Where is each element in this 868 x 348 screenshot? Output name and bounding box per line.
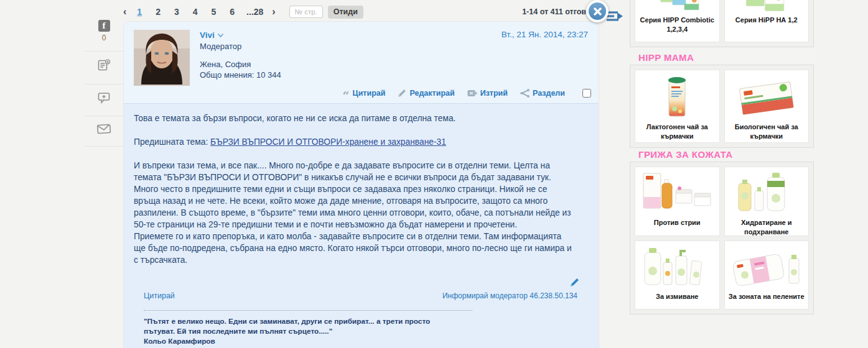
report-moderator: Информирай модератор 46.238.50.134 [442, 290, 577, 302]
facebook-share[interactable]: f 0 [85, 19, 123, 46]
split-button[interactable]: Раздели [520, 89, 565, 98]
user-post-count: Общо мнения: 10 344 [200, 70, 281, 80]
user-info: Vivi Модератор Жена, София Общо мнения: … [200, 30, 281, 80]
delete-button[interactable]: Изтрий [467, 89, 508, 98]
product-image-ha [727, 0, 806, 12]
product-lacto-tea[interactable]: Лактогонен чай за кърмачки [635, 70, 720, 143]
product-image-bio-tea [727, 74, 806, 119]
results-range-text: 1-14 от 411 отгов [522, 7, 590, 16]
signature-divider [144, 310, 472, 311]
quote-icon: “ [343, 93, 350, 99]
product-washing[interactable]: За измиване [635, 240, 720, 310]
product-bio-tea[interactable]: Биологичен чай за кърмачки [724, 70, 810, 143]
envelope-icon [96, 122, 112, 137]
previous-topic-line: Предишната тема: БЪРЗИ ВЪПРОСИ И ОТГОВОР… [134, 136, 574, 148]
product-sidebar: Серия HIPP Combiotic 1,2,3,4 Серия HiPP … [630, 0, 814, 348]
product-hydrate[interactable]: Хидратиране и подхранване [724, 167, 810, 236]
post-paragraph-1: Това е темата за бързи въпроси, когато н… [134, 112, 574, 124]
add-comment-icon [96, 91, 111, 107]
post-paragraph-2: И въпреки тази тема, и все пак.... Много… [134, 160, 574, 266]
pagination-bar: ‹ 1 2 3 4 5 6 ...28 › Отиди 1-14 от 411 … [119, 4, 590, 20]
product-diaper-zone[interactable]: За зоната на пелените [724, 240, 810, 310]
product-box-formula: Серия HIPP Combiotic 1,2,3,4 Серия HiPP … [630, 0, 814, 47]
prev-page-button[interactable]: ‹ [119, 6, 130, 17]
product-box-skin: Против стрии Хидратиране и подхранване [630, 162, 814, 314]
pencil-icon [398, 89, 406, 98]
username: Vivi [200, 30, 215, 40]
page-link-last[interactable]: ...28 [241, 7, 268, 17]
product-ha[interactable]: Серия HiPP НА 1,2 [724, 0, 810, 42]
section-heading-hipp-mama: HIPP МАМА [638, 52, 694, 63]
page-link-3[interactable]: 3 [167, 7, 186, 17]
forum-post: Vivi Модератор Жена, София Общо мнения: … [124, 22, 599, 348]
quote-link[interactable]: Цитирай [144, 290, 175, 302]
compose-note-icon [96, 58, 111, 75]
page-link-1[interactable]: 1 [130, 7, 149, 17]
product-box-mama: Лактогонен чай за кърмачки Биологичен ча… [630, 65, 814, 148]
product-image-washing [638, 245, 717, 288]
avatar [134, 30, 190, 86]
post-footer: Цитирай Информирай модератор 46.238.50.1… [134, 289, 587, 302]
edit-button[interactable]: Редактирай [398, 89, 454, 98]
section-heading-skin-care: ГРИЖА ЗА КОЖАТА [638, 149, 733, 160]
facebook-icon: f [98, 20, 110, 32]
post-date: Вт., 21 Ян. 2014, 23:27 [502, 30, 588, 39]
delete-icon [467, 89, 477, 97]
new-topic-button[interactable] [85, 57, 123, 79]
username-menu[interactable]: Vivi [200, 30, 281, 40]
add-comment-button[interactable] [85, 89, 123, 111]
close-button[interactable] [586, 0, 609, 22]
next-page-button[interactable]: › [268, 6, 279, 17]
product-image-diaper-zone [727, 245, 806, 288]
post-header: Vivi Модератор Жена, София Общо мнения: … [124, 22, 599, 104]
social-share-column: f 0 [85, 19, 123, 152]
user-location: Жена, София [200, 59, 281, 70]
close-icon [589, 2, 606, 20]
divider [85, 116, 123, 116]
product-image-lacto-tea [638, 74, 717, 119]
page-link-2[interactable]: 2 [149, 7, 167, 17]
page-link-5[interactable]: 5 [205, 7, 223, 17]
quote-button[interactable]: “ Цитирай [343, 89, 386, 98]
report-moderator-link[interactable]: Информирай модератор [442, 291, 528, 300]
split-icon [520, 89, 530, 98]
divider [85, 146, 123, 147]
product-anti-stretch[interactable]: Против стрии [635, 167, 720, 236]
post-body: Това е темата за бързи въпроси, когато н… [124, 104, 599, 346]
product-image-anti-stretch [638, 171, 717, 214]
previous-topic-link[interactable]: БЪРЗИ ВЪПРОСИ И ОТГОВОРИ-хранене и захра… [210, 137, 446, 147]
page-link-4[interactable]: 4 [186, 7, 205, 17]
page-link-6[interactable]: 6 [223, 7, 241, 17]
ip-address: 46.238.50.134 [530, 291, 577, 300]
select-post-checkbox[interactable] [582, 89, 591, 98]
product-image-combiotic [638, 0, 717, 12]
facebook-share-count: 0 [102, 34, 106, 42]
divider [85, 51, 123, 52]
product-combiotic[interactable]: Серия HIPP Combiotic 1,2,3,4 [635, 0, 720, 42]
chevron-down-icon [218, 34, 223, 37]
divider [85, 84, 123, 85]
user-role: Модератор [200, 42, 281, 51]
quick-edit-button[interactable] [134, 278, 587, 289]
page-number-input[interactable] [289, 6, 323, 18]
product-image-hydrate [727, 171, 806, 214]
edit-pencil-icon [570, 278, 579, 287]
go-button[interactable]: Отиди [328, 6, 363, 19]
signature: "Пътят е велико нещо. Едни си заминават,… [134, 316, 495, 346]
post-actions: “ Цитирай Редактирай Изтрий Раздели [343, 89, 591, 98]
email-share-button[interactable] [85, 121, 123, 141]
